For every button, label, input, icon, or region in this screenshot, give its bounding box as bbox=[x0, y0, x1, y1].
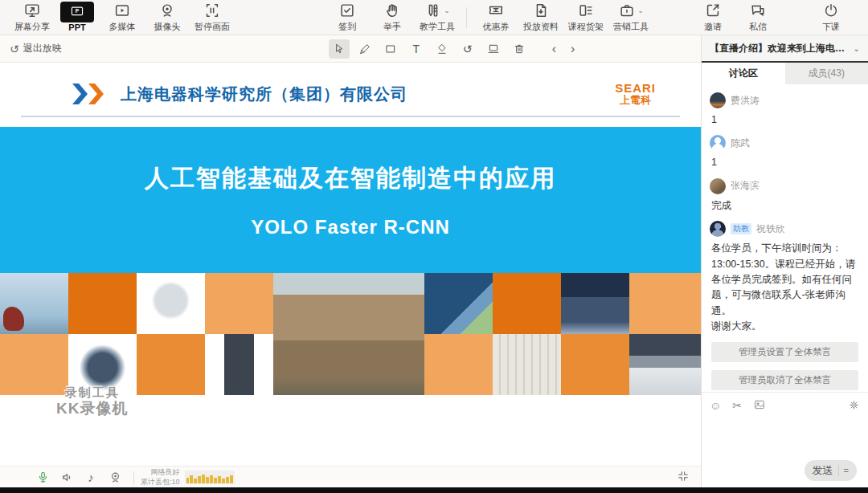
letterbox-bar bbox=[0, 487, 868, 493]
toolbar-pause-frame[interactable]: 暂停画面 bbox=[190, 2, 235, 33]
chat-sidebar: 【直播介绍】欢迎来到上海电器... ⌄ 讨论区 成员(43) 费洪涛 1 陈武 … bbox=[701, 35, 868, 487]
chat-settings-button[interactable] bbox=[848, 399, 860, 413]
chevron-down-icon[interactable]: ⌄ bbox=[854, 44, 860, 53]
undo-tool[interactable]: ↺ bbox=[457, 39, 478, 59]
check-in-icon bbox=[338, 2, 356, 19]
media-play-icon bbox=[113, 2, 131, 19]
toolbar-label: 屏幕分享 bbox=[14, 21, 50, 33]
orange-tile bbox=[68, 273, 137, 334]
toolbar-screen-share[interactable]: 屏幕分享 bbox=[10, 2, 55, 33]
toolbar-coupon[interactable]: 优惠券 bbox=[473, 2, 518, 33]
tab-discussion[interactable]: 讨论区 bbox=[702, 63, 785, 84]
chat-input[interactable] bbox=[710, 414, 860, 458]
speaker-icon bbox=[60, 471, 74, 484]
board-tool[interactable] bbox=[483, 39, 504, 59]
toolbar-invite[interactable]: 邀请 bbox=[690, 2, 735, 33]
coupon-icon bbox=[487, 2, 505, 19]
system-message: 管理员取消了全体禁言 bbox=[711, 370, 858, 390]
eraser-icon bbox=[436, 43, 448, 55]
toolbar-check-in[interactable]: 签到 bbox=[325, 2, 370, 33]
trash-icon bbox=[513, 43, 526, 55]
collapse-icon bbox=[677, 470, 690, 483]
toolbar-private-message[interactable]: 私信 bbox=[735, 2, 780, 33]
toolbar-end-class[interactable]: 下课 bbox=[809, 2, 854, 33]
avatar bbox=[710, 135, 726, 151]
slide-title: 人工智能基础及在智能制造中的应用 bbox=[145, 162, 556, 195]
message-text: 各位学员，下午培训时间为：13:00-15:30。课程已经开始，请各位学员完成签… bbox=[711, 241, 860, 319]
gear-icon bbox=[848, 399, 860, 411]
network-histogram bbox=[185, 471, 235, 484]
assistant-badge: 助教 bbox=[731, 223, 751, 234]
toolbar-label: 暂停画面 bbox=[194, 21, 230, 33]
rectangle-icon bbox=[384, 43, 397, 55]
toolbar-ppt[interactable]: P PPT bbox=[55, 3, 100, 32]
toolbar-label: 举手 bbox=[383, 21, 401, 33]
webcam-toggle[interactable] bbox=[103, 471, 127, 484]
slide-title-banner: 人工智能基础及在智能制造中的应用 YOLO Faster R-CNN bbox=[0, 127, 701, 273]
photo-wind-turbine bbox=[0, 273, 68, 334]
status-separator bbox=[133, 471, 134, 484]
toolbar-camera[interactable]: 摄像头 bbox=[145, 2, 190, 33]
avatar bbox=[710, 178, 726, 194]
slide-canvas: 上海电器科学研究所（集团）有限公司 SEARI 上電科 人工智能基础及在智能制造… bbox=[0, 63, 701, 466]
pointer-icon bbox=[333, 43, 346, 55]
speaker-toggle[interactable] bbox=[55, 471, 79, 484]
orange-tile bbox=[137, 334, 205, 395]
avatar bbox=[710, 221, 726, 237]
screen-share-icon bbox=[23, 2, 41, 19]
slide-subtitle: YOLO Faster R-CNN bbox=[251, 216, 450, 238]
toolbar-label: 邀请 bbox=[704, 21, 722, 33]
chat-message: 费洪涛 1 bbox=[710, 92, 860, 128]
user-name: 费洪涛 bbox=[731, 94, 760, 108]
send-button[interactable]: 发送 = bbox=[805, 460, 857, 481]
toolbar-label: 优惠券 bbox=[483, 21, 510, 33]
chat-composer: ☺ ✂ 发送 = bbox=[702, 392, 868, 487]
prev-slide-button[interactable]: ‹ bbox=[552, 42, 556, 56]
photo-anechoic-chamber bbox=[493, 334, 561, 395]
exit-presentation-button[interactable]: ↺ 退出放映 bbox=[10, 42, 62, 55]
toolbar-label: 多媒体 bbox=[109, 21, 136, 33]
rectangle-tool[interactable] bbox=[380, 39, 401, 59]
seari-logo-subtext: 上電科 bbox=[615, 95, 656, 106]
emoji-button[interactable]: ☺ bbox=[710, 400, 721, 411]
screenshot-cut-button[interactable]: ✂ bbox=[732, 400, 742, 411]
composer-toolbar: ☺ ✂ bbox=[710, 397, 860, 414]
toolbar-marketing-tools[interactable]: ⌄ 营销工具 bbox=[608, 2, 653, 33]
toolbar-materials[interactable]: 投放资料 bbox=[518, 2, 563, 33]
live-intro-title: 【直播介绍】欢迎来到上海电器... bbox=[710, 42, 849, 55]
music-toggle[interactable]: ♪ bbox=[79, 471, 103, 484]
toolbar-label: 签到 bbox=[338, 21, 356, 33]
microphone-toggle[interactable] bbox=[31, 471, 55, 484]
seari-logo-text: SEARI bbox=[615, 82, 656, 95]
av-status-bar: ♪ 网络良好 累计丢包:10 bbox=[0, 466, 701, 488]
materials-icon bbox=[532, 2, 550, 19]
chat-message-list[interactable]: 费洪涛 1 陈武 1 张海滨 完成 助教 祝轶欣 各位学员，下午培训时间为：13… bbox=[702, 84, 868, 392]
company-name: 上海电器科学研究所（集团）有限公司 bbox=[121, 84, 407, 105]
toolbar-raise-hand[interactable]: 举手 bbox=[370, 2, 415, 33]
toolbar-course-shelf[interactable]: 课程货架 bbox=[563, 2, 608, 33]
eraser-tool[interactable] bbox=[432, 39, 452, 59]
orange-tile bbox=[493, 273, 561, 334]
photo-robot bbox=[137, 273, 205, 334]
send-options-icon[interactable]: = bbox=[844, 466, 849, 475]
live-intro-header[interactable]: 【直播介绍】欢迎来到上海电器... ⌄ bbox=[702, 35, 868, 63]
next-slide-button[interactable]: › bbox=[571, 42, 575, 56]
collapse-view-button[interactable] bbox=[677, 470, 690, 486]
toolbar-media[interactable]: 多媒体 bbox=[100, 2, 145, 33]
message-text: 1 bbox=[711, 112, 860, 128]
private-message-icon bbox=[749, 2, 767, 19]
recorder-watermark: 录制工具 KK录像机 bbox=[56, 385, 128, 418]
user-name: 祝轶欣 bbox=[756, 222, 785, 236]
toolbar-label: 摄像头 bbox=[154, 21, 181, 33]
toolbar-label: 私信 bbox=[749, 21, 767, 33]
toolbar-separator bbox=[466, 7, 467, 28]
text-tool[interactable]: T bbox=[406, 39, 427, 59]
tab-members[interactable]: 成员(43) bbox=[785, 63, 868, 84]
pen-tool[interactable] bbox=[354, 39, 375, 59]
photo-electric-car bbox=[629, 334, 701, 395]
pointer-tool[interactable] bbox=[329, 39, 350, 59]
toolbar-teaching-tools[interactable]: ⌄ 教学工具 bbox=[415, 2, 460, 33]
image-button[interactable] bbox=[753, 398, 766, 413]
photo-high-voltage-lab bbox=[561, 273, 629, 334]
clear-all-tool[interactable] bbox=[509, 39, 530, 59]
